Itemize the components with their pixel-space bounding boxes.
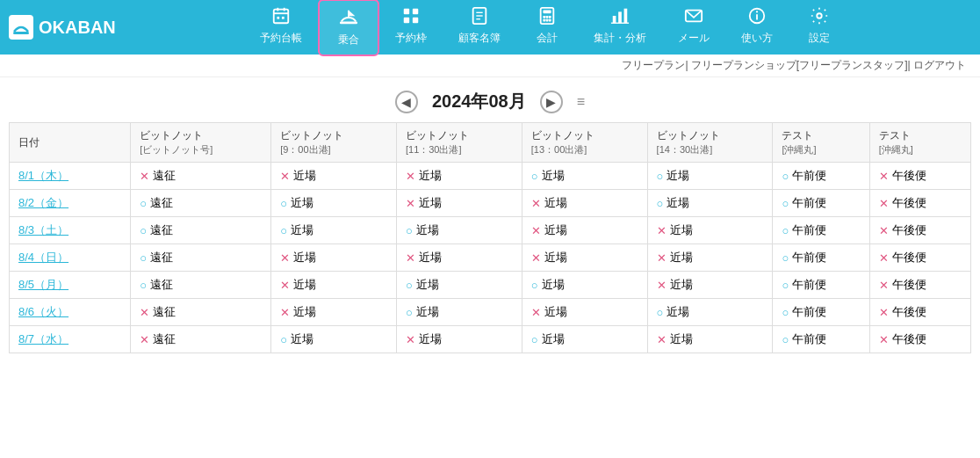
table-cell: ○近場 — [522, 326, 647, 353]
table-cell: ○午前便 — [773, 244, 869, 272]
svg-rect-25 — [618, 11, 622, 23]
col-header-c7: テスト [沖縄丸] — [869, 123, 970, 163]
date-link[interactable]: 8/3（土） — [18, 223, 68, 236]
ok-mark: ○ — [406, 224, 413, 237]
ng-mark: ✕ — [879, 170, 889, 183]
nav-item-yoyaku[interactable]: 予約台帳 — [244, 0, 318, 56]
nav-label-tsukaikata: 使い方 — [741, 31, 773, 46]
col-header-c1: ビットノット [ビットノット号] — [131, 123, 271, 163]
cell-text: 遠征 — [150, 277, 173, 293]
cell-text: 近場 — [542, 331, 565, 347]
table-cell: ○午前便 — [773, 272, 869, 299]
ok-mark: ○ — [531, 333, 538, 346]
table-row: 8/2（金）○遠征○近場✕近場✕近場○近場○午前便✕午後便 — [10, 190, 971, 217]
nav-label-mail: メール — [678, 31, 710, 46]
date-link[interactable]: 8/2（金） — [18, 196, 68, 209]
ng-mark: ✕ — [531, 251, 541, 265]
ok-mark: ○ — [657, 197, 664, 210]
cell-text: 近場 — [670, 250, 693, 265]
ok-mark: ○ — [782, 170, 789, 183]
table-header-row: 日付 ビットノット [ビットノット号] ビットノット [9：00出港] ビットノ… — [10, 123, 971, 163]
sub-header: フリープラン| フリープランショップ[フリープランスタッフ]| ログアウト — [0, 55, 980, 77]
next-month-button[interactable]: ▶ — [540, 91, 563, 113]
cell-text: 午後便 — [892, 195, 926, 211]
ok-mark: ○ — [782, 197, 789, 210]
cell-text: 近場 — [667, 168, 689, 184]
ng-mark: ✕ — [879, 251, 889, 265]
ok-mark: ○ — [140, 224, 147, 237]
table-cell: ✕近場 — [396, 163, 522, 190]
ng-mark: ✕ — [879, 306, 889, 319]
table-cell: ○午前便 — [773, 299, 869, 326]
calendar-menu-button[interactable]: ≡ — [577, 94, 585, 110]
nav-item-shukeibun[interactable]: 集計・分析 — [578, 0, 662, 56]
date-link[interactable]: 8/1（木） — [18, 169, 68, 182]
ok-mark: ○ — [531, 279, 538, 292]
prev-month-button[interactable]: ◀ — [395, 91, 418, 113]
ok-mark: ○ — [657, 306, 664, 319]
ng-mark: ✕ — [531, 224, 541, 237]
table-cell: ✕遠征 — [131, 299, 271, 326]
svg-rect-17 — [543, 10, 551, 13]
cell-text: 近場 — [419, 331, 442, 347]
book-icon — [470, 6, 489, 28]
table-cell: ✕午後便 — [869, 244, 970, 272]
table-row: 8/1（木）✕遠征✕近場✕近場○近場○近場○午前便✕午後便 — [10, 163, 971, 190]
table-row: 8/6（火）✕遠征✕近場○近場✕近場○近場○午前便✕午後便 — [10, 299, 971, 326]
col-header-c4: ビットノット [13：00出港] — [522, 123, 647, 163]
table-cell: ○午前便 — [773, 163, 869, 190]
cell-date: 8/6（火） — [10, 299, 131, 326]
table-cell: ○近場 — [396, 217, 522, 244]
cell-date: 8/4（日） — [10, 244, 131, 272]
date-link[interactable]: 8/7（水） — [18, 332, 68, 345]
nav-item-kokyaku[interactable]: 顧客名簿 — [443, 0, 516, 56]
table-cell: ○近場 — [647, 299, 773, 326]
cell-text: 近場 — [670, 277, 693, 293]
ok-mark: ○ — [280, 224, 287, 237]
svg-rect-7 — [340, 21, 357, 24]
calc-icon — [537, 6, 557, 28]
ng-mark: ✕ — [879, 333, 889, 346]
svg-rect-23 — [549, 18, 551, 21]
cell-date: 8/3（土） — [10, 217, 131, 244]
date-link[interactable]: 8/6（火） — [18, 305, 68, 318]
nav-item-settei[interactable]: 設定 — [789, 0, 850, 56]
table-cell: ✕近場 — [396, 190, 522, 217]
svg-point-32 — [817, 13, 822, 18]
date-link[interactable]: 8/5（月） — [18, 278, 68, 291]
svg-rect-26 — [624, 8, 628, 23]
nav-item-mail[interactable]: メール — [662, 0, 725, 56]
table-cell: ○午前便 — [773, 190, 869, 217]
date-link[interactable]: 8/4（日） — [18, 251, 68, 264]
nav-item-tsukaikata[interactable]: 使い方 — [725, 0, 789, 56]
table-cell: ✕午後便 — [869, 272, 970, 299]
svg-rect-11 — [413, 17, 418, 22]
cell-text: 遠征 — [153, 168, 176, 184]
ng-mark: ✕ — [140, 306, 149, 319]
ng-mark: ✕ — [657, 251, 667, 265]
sub-header-text: フリープラン| フリープランショップ[フリープランスタッフ]| — [622, 59, 913, 71]
table-cell: ○遠征 — [131, 190, 271, 217]
ng-mark: ✕ — [280, 170, 290, 183]
table-cell: ✕近場 — [522, 299, 647, 326]
nav-item-kaikei[interactable]: 会計 — [516, 0, 578, 56]
cell-text: 近場 — [419, 250, 442, 265]
nav-label-yoyaku: 予約台帳 — [260, 31, 302, 46]
ng-mark: ✕ — [879, 224, 889, 237]
col-header-c6: テスト [沖縄丸] — [773, 123, 869, 163]
logo-icon — [9, 15, 33, 40]
ng-mark: ✕ — [657, 224, 667, 237]
cell-text: 近場 — [416, 277, 439, 293]
cell-text: 午前便 — [792, 195, 826, 211]
nav-item-waku[interactable]: 予約枠 — [379, 0, 443, 56]
nav-item-josho[interactable]: 乗合 — [318, 0, 379, 56]
cell-text: 遠征 — [150, 222, 173, 238]
cell-text: 午前便 — [792, 277, 826, 293]
table-cell: ○近場 — [271, 326, 397, 353]
table-cell: ✕近場 — [271, 272, 397, 299]
ng-mark: ✕ — [280, 306, 290, 319]
logout-link[interactable]: ログアウト — [913, 59, 966, 71]
cell-text: 近場 — [542, 277, 565, 293]
cell-text: 近場 — [670, 222, 693, 238]
ng-mark: ✕ — [280, 279, 290, 292]
